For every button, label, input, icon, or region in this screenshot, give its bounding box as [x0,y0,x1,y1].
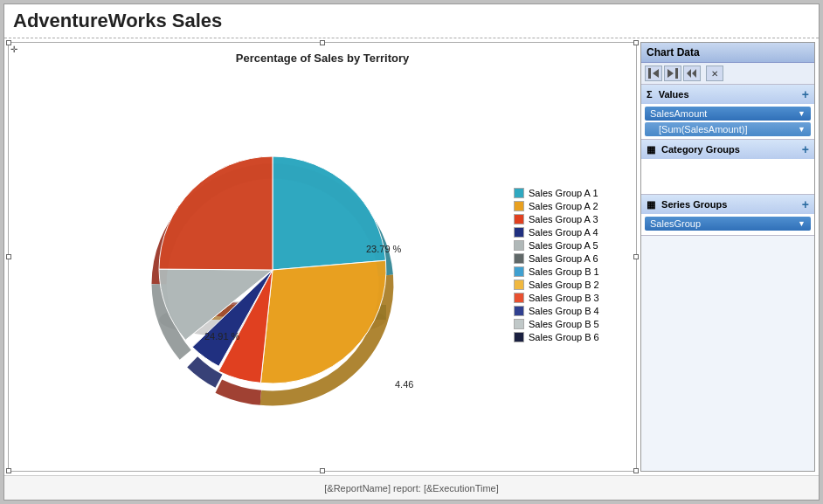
dropdown-arrow-3: ▼ [798,219,806,228]
legend-item-label: Sales Group B 1 [529,266,599,277]
category-add-icon[interactable]: + [802,142,809,156]
report-body: ✛ Percentage of Sales by Territory [4,38,819,475]
values-section-label: Σ Values [647,89,689,100]
chart-content: 23.79 % 27.88 % 24.91 % 4.46 % 4.83 % 14… [9,68,636,471]
legend-color-swatch [514,332,524,342]
depth-a3 [218,386,260,397]
resize-dot-left[interactable] [6,254,11,259]
legend-color-swatch [514,293,524,303]
legend-item-label: Sales Group A 5 [529,240,598,251]
dropdown-arrow-1: ▼ [798,109,806,118]
svg-rect-0 [648,68,651,79]
legend-item-label: Sales Group B 5 [529,319,599,329]
resize-dot-top[interactable] [320,40,325,45]
resize-dot-bottom[interactable] [320,468,325,473]
sum-sales-amount-dropdown[interactable]: [Sum(SalesAmount)] ▼ [645,122,811,136]
outer-container: AdventureWorks Sales ✛ Percentage of Sal… [0,0,823,504]
values-content: SalesAmount ▼ [Sum(SalesAmount)] ▼ [641,104,814,139]
legend-color-swatch [514,240,524,251]
resize-dot-tr[interactable] [633,40,639,45]
legend-color-swatch [514,280,524,290]
chart-area: ✛ Percentage of Sales by Territory [8,42,637,472]
series-groups-label: Series Groups [661,199,727,210]
resize-dot-tl[interactable] [6,40,11,45]
series-add-icon[interactable]: + [802,197,809,211]
top-a2 [260,260,386,383]
category-groups-content [641,159,814,194]
chart-title: Percentage of Sales by Territory [236,52,409,65]
legend-color-swatch [514,266,524,277]
panel-title: Chart Data [647,46,700,59]
legend-item: Sales Group B 3 [514,293,627,303]
resize-dot-bl[interactable] [6,468,11,473]
pie-top-faces [159,156,386,383]
category-icon: ▦ [647,144,655,155]
svg-marker-2 [667,69,674,78]
legend-item: Sales Group B 4 [514,306,627,316]
sales-group-label: SalesGroup [650,218,701,229]
legend-color-swatch [514,227,524,238]
legend-item-label: Sales Group B 2 [529,280,599,290]
chart-data-panel: Chart Data ✕ [640,42,815,472]
report-title: AdventureWorks Sales [4,4,819,38]
legend-color-swatch [514,319,524,329]
panel-toolbar: ✕ [641,63,814,85]
legend-item: Sales Group A 3 [514,214,627,224]
legend-item: Sales Group A 6 [514,253,627,264]
app-title: AdventureWorks Sales [13,10,222,31]
resize-dot-right[interactable] [633,254,639,259]
label-a3: 4.46 % [395,379,414,390]
label-a6: 24.91 % [204,331,240,342]
chart-legend: Sales Group A 1 Sales Group A 2 Sales Gr… [514,188,627,342]
legend-item-label: Sales Group A 2 [529,201,598,211]
resize-dot-br[interactable] [633,468,639,473]
legend-item: Sales Group A 2 [514,201,627,211]
values-label: Values [659,89,689,100]
legend-item: Sales Group A 4 [514,227,627,238]
pie-chart-svg: 23.79 % 27.88 % 24.91 % 4.46 % 4.83 % 14… [117,117,414,414]
sigma-icon: Σ [647,89,653,100]
report-footer: [&ReportName] report: [&ExecutionTime] [4,475,819,500]
top-a6 [159,156,273,270]
move-handle[interactable]: ✛ [10,45,17,54]
close-panel-button[interactable]: ✕ [706,66,723,81]
svg-rect-3 [675,68,678,79]
pie-container: 23.79 % 27.88 % 24.91 % 4.46 % 4.83 % 14… [17,117,514,414]
sales-group-dropdown[interactable]: SalesGroup ▼ [645,217,811,231]
legend-item-label: Sales Group A 3 [529,214,598,224]
values-section: Σ Values + SalesAmount ▼ [Sum(SalesAmoun… [641,85,814,140]
svg-marker-4 [687,69,691,78]
sales-amount-label: SalesAmount [650,108,707,119]
legend-item: Sales Group B 5 [514,319,627,329]
legend-item: Sales Group B 1 [514,266,627,277]
toolbar-btn-1[interactable] [645,66,662,81]
footer-text: [&ReportName] report: [&ExecutionTime] [324,483,499,494]
depth-a4 [192,362,218,381]
legend-item-label: Sales Group A 4 [529,227,598,238]
series-groups-label-wrap: ▦ Series Groups [647,199,727,211]
report-canvas: AdventureWorks Sales ✛ Percentage of Sal… [3,3,820,501]
sum-sales-amount-label: [Sum(SalesAmount)] [659,124,747,135]
category-groups-section: ▦ Category Groups + [641,140,814,195]
legend-item: Sales Group A 1 [514,188,627,198]
toolbar-btn-2[interactable] [664,66,681,81]
dropdown-arrow-2: ▼ [798,125,806,134]
legend-item-label: Sales Group A 1 [529,188,598,198]
category-groups-header[interactable]: ▦ Category Groups + [641,140,814,159]
values-add-icon[interactable]: + [802,87,809,101]
category-groups-label: Category Groups [661,144,740,155]
toolbar-btn-3[interactable] [683,66,701,81]
series-groups-section: ▦ Series Groups + SalesGroup ▼ [641,195,814,236]
series-groups-header[interactable]: ▦ Series Groups + [641,195,814,214]
legend-color-swatch [514,201,524,211]
series-groups-content: SalesGroup ▼ [641,214,814,235]
sales-amount-dropdown[interactable]: SalesAmount ▼ [645,107,811,121]
values-section-header[interactable]: Σ Values + [641,85,814,104]
panel-header: Chart Data [641,43,814,63]
legend-color-swatch [514,306,524,316]
legend-item-label: Sales Group B 4 [529,306,599,316]
legend-item-label: Sales Group B 6 [529,332,599,342]
svg-marker-1 [653,69,659,78]
legend-item-label: Sales Group A 6 [529,253,598,264]
svg-marker-5 [692,69,696,78]
